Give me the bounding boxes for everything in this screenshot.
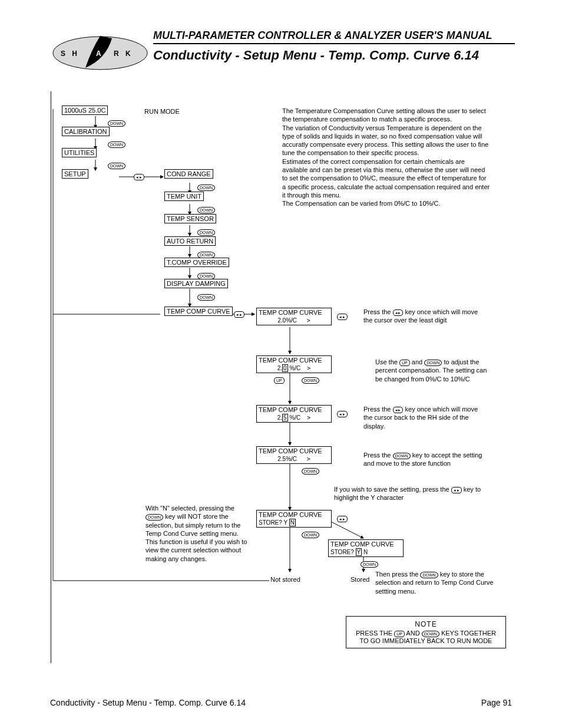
note-box: NOTE PRESS THE AND KEYS TOGETHER TO GO I… — [346, 616, 506, 648]
up-key-icon — [274, 377, 285, 384]
down-key-icon — [197, 273, 215, 279]
down-key-icon — [302, 532, 319, 538]
lr-key-icon — [393, 407, 404, 413]
down-key-icon — [197, 207, 215, 213]
svg-text:R  K: R K — [114, 50, 133, 58]
down-key-icon — [108, 141, 125, 148]
store-y-box: TEMP COMP CURVE STORE? Y N — [328, 539, 404, 557]
down-key-icon — [420, 572, 438, 578]
footer-right: Page 91 — [481, 698, 512, 707]
page-footer: Conductivity - Setup Menu - Temp. Comp. … — [50, 698, 512, 707]
lr-key-icon — [134, 174, 144, 180]
calibration-box: CALIBRATION — [62, 127, 110, 136]
main-description: The Temperature Compensation Curve setti… — [282, 107, 491, 208]
lr-key-icon — [337, 411, 348, 417]
screen-4: TEMP COMP CURVE 2.5%/C > — [256, 446, 332, 464]
desc-1: Press the key once which will move the c… — [363, 308, 487, 325]
down-key-icon — [108, 120, 125, 127]
svg-text:A: A — [96, 50, 104, 58]
desc-4: Press the key to accept the setting and … — [363, 451, 493, 468]
run-mode-box: 1000uS 25.0C — [62, 106, 108, 115]
screen-3: TEMP COMP CURVE 2.5 %/C > — [256, 405, 332, 423]
setup-box: SETUP — [62, 169, 88, 179]
lr-key-icon — [234, 311, 244, 318]
temp-unit-box: TEMP UNIT — [164, 192, 204, 201]
display-damping-box: DISPLAY DAMPING — [164, 279, 228, 288]
screen-2: TEMP COMP CURVE 2.0 %/C > — [256, 355, 332, 373]
stored-label: Stored — [351, 576, 369, 584]
down-key-icon — [422, 631, 439, 637]
down-key-icon — [197, 252, 215, 258]
down-key-icon — [108, 163, 125, 169]
down-key-icon — [146, 514, 163, 521]
diagram-frame: 1000uS 25.0C RUN MODE CALIBRATION UTILIT… — [51, 91, 499, 663]
down-key-icon — [197, 294, 215, 301]
down-key-icon — [361, 561, 378, 568]
desc-5: If you wish to save the setting, press t… — [334, 485, 493, 502]
cond-range-box: COND RANGE — [164, 169, 213, 179]
lr-key-icon — [451, 487, 462, 493]
logo-text: S H — [61, 50, 80, 58]
footer-left: Conductivity - Setup Menu - Temp. Comp. … — [50, 698, 246, 707]
lr-key-icon — [393, 309, 404, 316]
section-title: Conductivity - Setup Menu - Temp. Comp. … — [153, 48, 515, 63]
utilities-box: UTILITIES — [62, 148, 97, 157]
temp-comp-curve-box: TEMP COMP CURVE — [164, 307, 233, 316]
shark-logo: S H A R K — [50, 32, 150, 74]
run-mode-label: RUN MODE — [144, 108, 180, 116]
store-yn-box: TEMP COMP CURVE STORE? Y N — [256, 510, 332, 528]
down-key-icon — [393, 453, 411, 459]
tcomp-override-box: T.COMP OVERRIDE — [164, 258, 229, 267]
note-title: NOTE — [352, 620, 500, 628]
down-key-icon — [197, 185, 215, 191]
up-key-icon — [394, 631, 405, 637]
lr-key-icon — [337, 516, 348, 522]
auto-return-box: AUTO RETURN — [164, 236, 216, 246]
down-key-icon — [302, 468, 319, 475]
lr-key-icon — [337, 314, 348, 320]
temp-sensor-box: TEMP SENSOR — [164, 214, 216, 223]
screen-1: TEMP COMP CURVE 2.0%/C > — [256, 308, 332, 325]
n-selected-note: With "N" selected, pressing the key will… — [146, 504, 249, 563]
desc-3: Press the key once which will move the c… — [363, 405, 487, 430]
desc-6: Then press the key to store the selectio… — [375, 570, 496, 595]
down-key-icon — [197, 229, 215, 236]
down-key-icon — [424, 360, 442, 366]
down-key-icon — [302, 377, 319, 384]
manual-title: MULTI-PARAMETER CONTROLLER & ANALYZER US… — [153, 29, 515, 44]
desc-2: Use the and to adjust the percent compen… — [375, 358, 493, 383]
up-key-icon — [399, 360, 410, 366]
not-stored-label: Not stored — [270, 576, 300, 584]
